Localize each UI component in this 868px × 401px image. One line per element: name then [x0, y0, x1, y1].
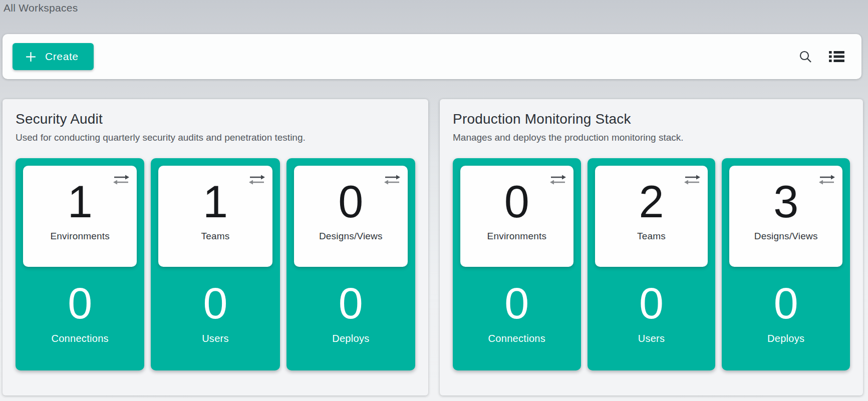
swap-horizontal-icon[interactable] [113, 173, 130, 188]
stat-tile-bottom[interactable]: 0 Connections [453, 267, 581, 370]
stat-tile-top[interactable]: 0 Environments [460, 166, 573, 267]
stat-tile-top[interactable]: 2 Teams [595, 166, 708, 267]
stat-bottom-label: Deploys [332, 333, 369, 344]
stat-tiles: 1 Environments 0 Connections 1 Teams 0 U… [16, 158, 415, 370]
stat-top-label: Designs/Views [319, 231, 383, 242]
swap-horizontal-icon[interactable] [684, 173, 701, 188]
workspace-description: Manages and deploys the production monit… [453, 131, 850, 144]
stat-bottom-value: 0 [504, 280, 529, 327]
stat-top-label: Designs/Views [754, 231, 818, 242]
list-view-icon[interactable] [826, 47, 846, 67]
stat-tile[interactable]: 3 Designs/Views 0 Deploys [722, 158, 850, 370]
workspaces-row: Security Audit Used for conducting quart… [3, 99, 863, 395]
workspace-card[interactable]: Production Monitoring Stack Manages and … [440, 99, 863, 395]
stat-tile-bottom[interactable]: 0 Users [588, 267, 716, 370]
stat-top-label: Environments [487, 231, 547, 242]
stat-tile[interactable]: 2 Teams 0 Users [588, 158, 716, 370]
stat-tile-bottom[interactable]: 0 Deploys [286, 267, 415, 370]
workspace-name: Security Audit [16, 110, 415, 128]
stat-top-value: 1 [68, 178, 93, 226]
stat-bottom-label: Connections [488, 333, 545, 344]
stat-bottom-value: 0 [639, 280, 664, 327]
stat-bottom-value: 0 [774, 280, 798, 327]
workspace-description: Used for conducting quarterly security a… [16, 131, 415, 144]
swap-horizontal-icon[interactable] [384, 173, 401, 188]
stat-tiles: 0 Environments 0 Connections 2 Teams 0 U… [453, 158, 850, 370]
stat-bottom-value: 0 [68, 280, 92, 327]
workspace-name: Production Monitoring Stack [453, 110, 850, 128]
stat-tile-bottom[interactable]: 0 Connections [16, 267, 144, 370]
toolbar: Create [3, 34, 861, 79]
stat-top-label: Teams [637, 231, 666, 242]
plus-icon [25, 51, 37, 63]
stat-top-value: 0 [338, 178, 363, 226]
stat-tile[interactable]: 0 Designs/Views 0 Deploys [286, 158, 415, 370]
stat-tile-top[interactable]: 1 Environments [23, 166, 137, 267]
create-button[interactable]: Create [13, 43, 94, 70]
stat-top-value: 0 [504, 178, 529, 226]
stat-tile-top[interactable]: 1 Teams [158, 166, 272, 267]
swap-horizontal-icon[interactable] [549, 173, 566, 188]
swap-horizontal-icon[interactable] [248, 173, 265, 188]
page-title: All Workspaces [0, 0, 868, 16]
stat-bottom-value: 0 [339, 280, 363, 327]
stat-bottom-value: 0 [203, 280, 228, 327]
stat-bottom-label: Users [202, 333, 229, 344]
stat-tile[interactable]: 1 Teams 0 Users [151, 158, 279, 370]
stat-bottom-label: Connections [51, 333, 108, 344]
stat-tile-bottom[interactable]: 0 Deploys [722, 267, 850, 370]
stat-bottom-label: Users [638, 333, 665, 344]
stat-tile-top[interactable]: 3 Designs/Views [729, 166, 842, 267]
stat-tile[interactable]: 1 Environments 0 Connections [16, 158, 144, 370]
stat-top-value: 3 [773, 178, 798, 226]
create-button-label: Create [45, 51, 79, 63]
stat-top-label: Teams [201, 231, 230, 242]
stat-top-value: 1 [203, 178, 228, 226]
stat-top-value: 2 [639, 178, 664, 226]
stat-tile[interactable]: 0 Environments 0 Connections [453, 158, 581, 370]
stat-tile-top[interactable]: 0 Designs/Views [294, 166, 408, 267]
search-icon[interactable] [795, 47, 815, 67]
stat-top-label: Environments [50, 231, 110, 242]
stat-bottom-label: Deploys [767, 333, 804, 344]
stat-tile-bottom[interactable]: 0 Users [151, 267, 279, 370]
workspace-card[interactable]: Security Audit Used for conducting quart… [3, 99, 428, 395]
swap-horizontal-icon[interactable] [818, 173, 835, 188]
